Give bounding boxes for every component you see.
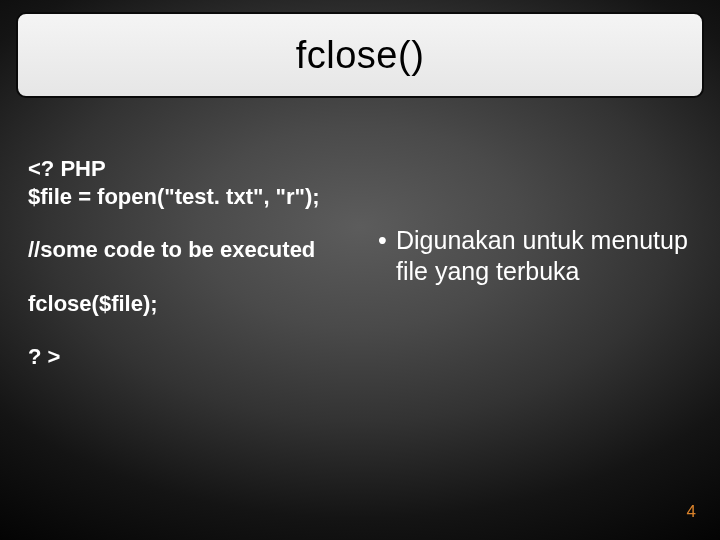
code-column: <? PHP $file = fopen("test. txt", "r"); … [28,155,358,397]
bullet-marker: • [378,225,396,288]
code-block-4: ? > [28,343,358,371]
slide-title: fclose() [296,34,425,77]
title-banner: fclose() [16,12,704,98]
description-column: • Digunakan untuk menutup file yang terb… [378,225,698,288]
bullet-item: • Digunakan untuk menutup file yang terb… [378,225,698,288]
code-block-3: fclose($file); [28,290,358,318]
page-number: 4 [687,502,696,522]
bullet-text: Digunakan untuk menutup file yang terbuk… [396,225,698,288]
code-block-1: <? PHP $file = fopen("test. txt", "r"); [28,155,358,210]
code-block-2: //some code to be executed [28,236,358,264]
